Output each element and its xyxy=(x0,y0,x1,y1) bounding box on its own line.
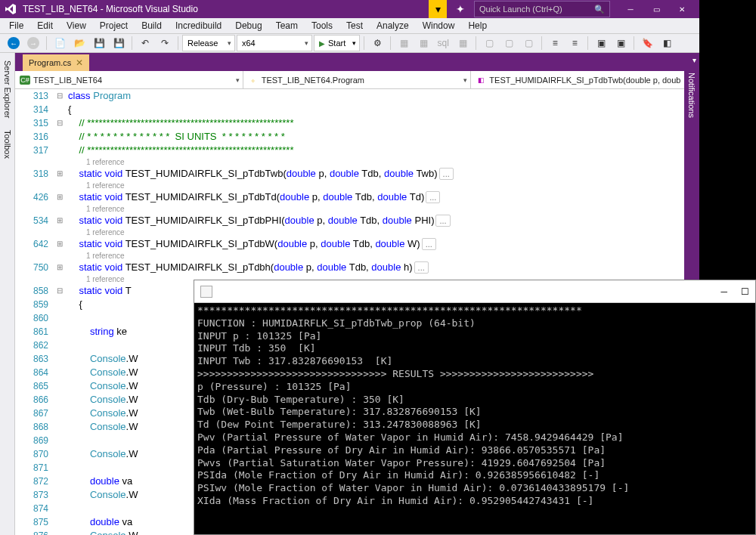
server-explorer-tab[interactable]: Server Explorer xyxy=(2,56,14,122)
menu-analyze[interactable]: Analyze xyxy=(370,18,415,33)
navigation-bar: C# TEST_LIB_NET64 ⬦ TEST_LIB_NET64.Progr… xyxy=(15,71,699,89)
notification-flag-icon[interactable]: ▾ xyxy=(429,0,447,18)
tb-btn-g1: ▦ xyxy=(395,34,413,52)
menu-project[interactable]: Project xyxy=(94,18,134,33)
console-minimize-button[interactable]: ─ xyxy=(720,286,727,297)
csharp-project-icon: C# xyxy=(20,76,30,85)
quick-launch-input[interactable]: Quick Launch (Ctrl+Q) 🔍 xyxy=(474,1,610,17)
tab-overflow-button[interactable]: ▾ xyxy=(692,56,696,64)
nav-project-dropdown[interactable]: C# TEST_LIB_NET64 xyxy=(15,71,243,88)
document-tabs: Program.cs ✕ ▾ xyxy=(15,53,699,71)
nav-member-dropdown[interactable]: ◧ TEST_HUMIDAIRFLK_SI_pTdbTwb(double p, … xyxy=(471,71,699,88)
nav-class-label: TEST_LIB_NET64.Program xyxy=(262,76,364,85)
titlebar: TEST_LIB_NET64 - Microsoft Visual Studio… xyxy=(0,0,699,18)
open-file-button[interactable]: 📂 xyxy=(70,34,88,52)
left-sidebar: Server Explorer Toolbox xyxy=(0,53,15,535)
menubar: File Edit View Project Build Incredibuil… xyxy=(0,18,699,34)
redo-button[interactable]: ↷ xyxy=(156,34,174,52)
console-window: ─ ☐ ************************************… xyxy=(194,280,756,535)
undo-button[interactable]: ↶ xyxy=(136,34,154,52)
console-icon xyxy=(200,286,212,298)
nav-back-button[interactable]: ← xyxy=(5,34,23,52)
tb-btn-g7: ▢ xyxy=(519,34,538,52)
tb-bookmark-button[interactable]: 🔖 xyxy=(638,34,656,52)
menu-help[interactable]: Help xyxy=(462,18,493,33)
menu-file[interactable]: File xyxy=(3,18,29,33)
line-number-gutter: 3133143153163173184265346427508588598608… xyxy=(15,89,54,535)
maximize-button[interactable]: ▭ xyxy=(643,0,669,18)
console-maximize-button[interactable]: ☐ xyxy=(741,286,749,297)
console-titlebar[interactable]: ─ ☐ xyxy=(194,280,755,303)
doc-tab-label: Program.cs xyxy=(29,58,71,67)
close-icon[interactable]: ✕ xyxy=(76,57,83,68)
close-button[interactable]: ✕ xyxy=(669,0,695,18)
save-all-button[interactable]: 💾 xyxy=(110,34,128,52)
start-label: Start xyxy=(328,39,345,48)
doc-tab-program-cs[interactable]: Program.cs ✕ xyxy=(23,54,89,71)
save-button[interactable]: 💾 xyxy=(90,34,108,52)
menu-test[interactable]: Test xyxy=(340,18,369,33)
toolbox-tab[interactable]: Toolbox xyxy=(2,125,14,163)
tb-btn-g5: ▢ xyxy=(480,34,498,52)
config-dropdown[interactable]: Release xyxy=(182,35,235,51)
tb-btn-1[interactable]: ⚙ xyxy=(368,34,386,52)
nav-forward-button[interactable]: → xyxy=(24,34,42,52)
tb-indent-button[interactable]: ≡ xyxy=(546,34,564,52)
nav-project-label: TEST_LIB_NET64 xyxy=(33,76,102,85)
new-project-button[interactable]: 📄 xyxy=(51,34,69,52)
minimize-button[interactable]: ─ xyxy=(618,0,643,18)
vs-logo-icon xyxy=(5,3,17,15)
tb-btn-g4: ▦ xyxy=(454,34,472,52)
method-icon: ◧ xyxy=(476,76,486,85)
tb-comment-button[interactable]: ▣ xyxy=(592,34,610,52)
platform-dropdown[interactable]: x64 xyxy=(237,35,312,51)
search-icon: 🔍 xyxy=(594,5,605,14)
nav-class-dropdown[interactable]: ⬦ TEST_LIB_NET64.Program xyxy=(243,71,472,88)
class-icon: ⬦ xyxy=(248,76,259,85)
menu-window[interactable]: Window xyxy=(417,18,461,33)
tb-btn-g3: sql xyxy=(434,34,452,52)
quick-launch-placeholder: Quick Launch (Ctrl+Q) xyxy=(479,5,562,14)
menu-edit[interactable]: Edit xyxy=(31,18,59,33)
menu-incredibuild[interactable]: Incredibuild xyxy=(169,18,228,33)
nav-member-label: TEST_HUMIDAIRFLK_SI_pTdbTwb(double p, do… xyxy=(489,76,680,85)
tb-uncomment-button[interactable]: ▣ xyxy=(612,34,630,52)
menu-team[interactable]: Team xyxy=(270,18,304,33)
toolbar: ← → 📄 📂 💾 💾 ↶ ↷ Release x64 ▶Start ⚙ ▦ ▦… xyxy=(0,34,699,53)
menu-debug[interactable]: Debug xyxy=(229,18,268,33)
notifications-tab[interactable]: Notifications xyxy=(686,68,698,122)
menu-view[interactable]: View xyxy=(60,18,92,33)
window-title: TEST_LIB_NET64 - Microsoft Visual Studio xyxy=(23,4,198,14)
feedback-icon[interactable]: ✦ xyxy=(451,3,469,15)
console-output[interactable]: ****************************************… xyxy=(194,303,755,534)
tb-outdent-button[interactable]: ≡ xyxy=(565,34,584,52)
tb-btn-g6: ▢ xyxy=(500,34,518,52)
tb-btn-g2: ▦ xyxy=(414,34,432,52)
fold-column: ⊟⊟⊞⊞⊞⊞⊞⊟ xyxy=(54,89,65,535)
tb-misc-button[interactable]: ◧ xyxy=(658,34,676,52)
menu-build[interactable]: Build xyxy=(135,18,168,33)
start-debug-button[interactable]: ▶Start xyxy=(314,35,360,51)
menu-tools[interactable]: Tools xyxy=(305,18,339,33)
